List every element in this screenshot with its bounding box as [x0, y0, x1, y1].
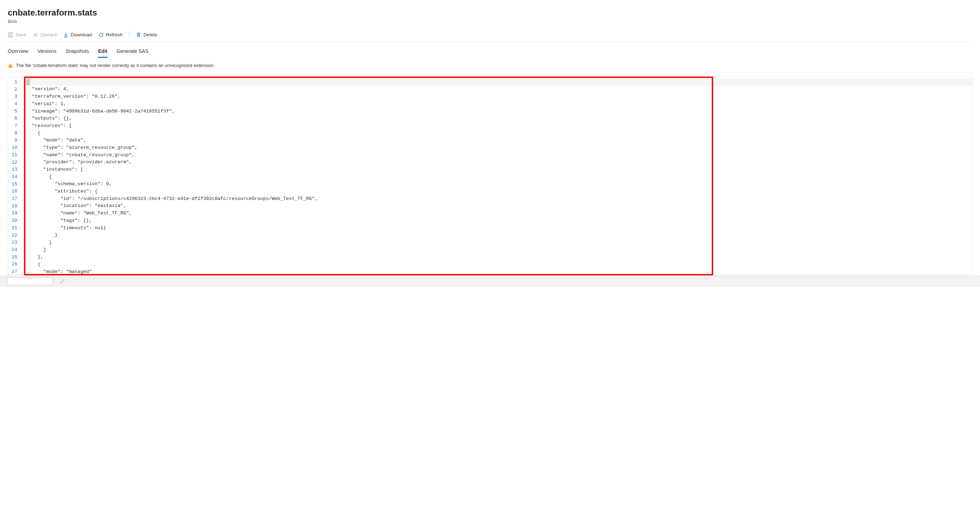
save-button: Save [8, 32, 26, 38]
status-bar-field[interactable] [7, 278, 53, 285]
code-content[interactable]: { "version": 4, "terraform_version": "0.… [25, 77, 972, 275]
line-number: 8 [12, 130, 24, 137]
svg-rect-4 [10, 66, 11, 67]
line-number: 24 [12, 246, 24, 254]
line-number: 2 [12, 86, 24, 93]
line-number: 18 [12, 203, 24, 210]
line-number: 20 [12, 217, 24, 225]
delete-icon [136, 32, 142, 38]
line-number: 14 [12, 174, 24, 181]
warning-text: The file 'cnbate.terraform.stats' may no… [16, 63, 215, 68]
status-bar [0, 276, 980, 287]
tab-versions[interactable]: Versions [37, 48, 56, 58]
line-number: 19 [12, 210, 24, 217]
tab-snapshots[interactable]: Snapshots [65, 48, 89, 58]
line-number: 10 [12, 144, 24, 152]
line-number: 16 [12, 188, 24, 195]
line-number: 7 [12, 122, 24, 130]
close-icon [33, 32, 38, 38]
line-number: 21 [12, 225, 24, 232]
refresh-icon [99, 32, 104, 38]
discard-button: Discard [33, 32, 57, 38]
code-line[interactable]: ] [25, 246, 972, 254]
code-line[interactable]: "id": "/subscriptions/c4206323-2bc4-4732… [25, 195, 972, 203]
line-number: 1 [12, 79, 24, 86]
line-number: 4 [12, 100, 24, 108]
code-line[interactable]: "name": "Web_Test_TF_RG", [25, 210, 972, 217]
line-number: 13 [12, 166, 24, 174]
code-line[interactable]: "location": "eastasia", [25, 203, 972, 210]
code-line[interactable]: { [25, 79, 972, 86]
code-line[interactable]: } [25, 239, 972, 246]
line-number: 3 [12, 93, 24, 100]
line-number: 26 [12, 261, 24, 268]
code-line[interactable]: }, [25, 254, 972, 261]
code-line[interactable]: "version": 4, [25, 86, 972, 93]
tab-bar: Overview Versions Snapshots Edit Generat… [8, 48, 972, 58]
line-number: 6 [12, 115, 24, 122]
save-button-label: Save [16, 32, 26, 37]
pencil-icon [60, 279, 65, 284]
refresh-button[interactable]: Refresh [99, 32, 123, 38]
line-number: 27 [12, 268, 24, 276]
code-line[interactable]: "lineage": "4999b31d-6dba-de58-9042-2a74… [25, 108, 972, 115]
code-line[interactable]: "resources": [ [25, 122, 972, 130]
discard-button-label: Discard [41, 32, 57, 37]
download-button-label: Download [71, 32, 92, 37]
line-number-gutter: 1234567891011121314151617181920212223242… [8, 77, 25, 275]
svg-rect-2 [10, 35, 12, 37]
code-line[interactable]: "outputs": {}, [25, 115, 972, 122]
line-number: 15 [12, 181, 24, 188]
status-bar-action[interactable] [60, 279, 65, 284]
tab-generate-sas[interactable]: Generate SAS [117, 48, 148, 58]
code-line[interactable]: { [25, 130, 972, 137]
code-line[interactable]: "serial": 1, [25, 100, 972, 108]
page-title: cnbate.terraform.stats [8, 8, 972, 18]
code-line[interactable]: "attributes": { [25, 188, 972, 195]
tab-overview[interactable]: Overview [8, 48, 28, 58]
delete-button-label: Delete [143, 32, 157, 37]
line-number: 17 [12, 195, 24, 203]
line-number: 23 [12, 239, 24, 246]
svg-rect-3 [10, 65, 11, 66]
refresh-button-label: Refresh [106, 32, 123, 37]
code-line[interactable]: "mode": "data", [25, 137, 972, 144]
line-number: 22 [12, 232, 24, 239]
page-subtitle: Blob [8, 19, 972, 24]
code-line[interactable]: { [25, 174, 972, 181]
save-icon [8, 32, 13, 38]
code-line[interactable]: "type": "azurerm_resource_group", [25, 144, 972, 152]
code-editor[interactable]: 1234567891011121314151617181920212223242… [8, 77, 972, 275]
toolbar-separator [129, 32, 129, 38]
code-line[interactable]: "instances": [ [25, 166, 972, 174]
code-line[interactable]: "schema_version": 0, [25, 180, 972, 188]
code-line[interactable]: "tags": {}, [25, 217, 972, 225]
line-number: 12 [12, 159, 24, 166]
code-line[interactable]: } [25, 232, 972, 239]
code-line[interactable]: "timeouts": null [25, 225, 972, 232]
tab-edit[interactable]: Edit [98, 48, 107, 58]
warning-icon [8, 63, 13, 68]
delete-button[interactable]: Delete [136, 32, 157, 38]
code-line[interactable]: "name": "cnbate_resource_group", [25, 152, 972, 159]
warning-banner: The file 'cnbate.terraform.stats' may no… [8, 63, 972, 73]
line-number: 11 [12, 152, 24, 159]
command-bar: Save Discard Download Refresh Delete [8, 32, 972, 42]
download-icon [63, 32, 69, 38]
code-line[interactable]: "mode": "managed" [25, 268, 972, 275]
code-line[interactable]: { [25, 261, 972, 268]
line-number: 25 [12, 254, 24, 261]
line-number: 9 [12, 137, 24, 144]
download-button[interactable]: Download [63, 32, 92, 38]
svg-rect-0 [8, 33, 13, 37]
line-number: 5 [12, 108, 24, 115]
code-line[interactable]: "terraform_version": "0.12.26", [25, 93, 972, 100]
code-line[interactable]: "provider": "provider.azurerm", [25, 159, 972, 166]
svg-rect-1 [10, 33, 11, 34]
